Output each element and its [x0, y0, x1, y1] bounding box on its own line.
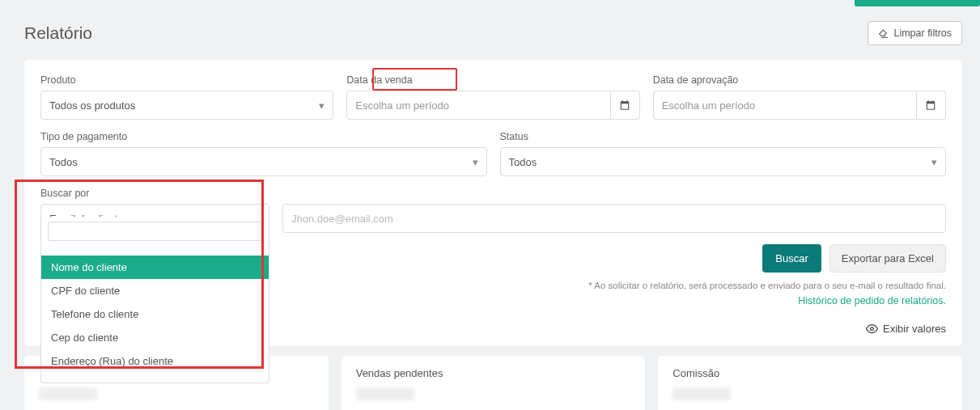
- svg-point-0: [871, 328, 874, 331]
- clear-filters-label: Limpar filtros: [893, 27, 952, 39]
- card-value-blurred: [356, 387, 414, 400]
- sale-date-calendar-button[interactable]: [611, 91, 640, 120]
- payment-type-select[interactable]: Todos ▾: [40, 147, 487, 176]
- product-value: Todos os produtos: [49, 99, 135, 112]
- status-select[interactable]: Todos ▾: [500, 147, 947, 176]
- card-title: Comissão: [672, 367, 948, 379]
- calendar-icon: [925, 99, 936, 111]
- chevron-down-icon: ▾: [931, 156, 937, 168]
- card-value-blurred: [39, 387, 97, 400]
- card-value-blurred: [672, 387, 731, 400]
- export-excel-button[interactable]: Exportar para Excel: [829, 244, 946, 273]
- product-select[interactable]: Todos os produtos ▾: [40, 91, 333, 120]
- search-by-dropdown: Nome do cliente CPF do cliente Telefone …: [40, 217, 269, 383]
- status-label: Status: [500, 131, 947, 142]
- summary-card-commission: Comissão: [658, 356, 962, 410]
- dropdown-search-input[interactable]: [48, 222, 262, 241]
- search-term-label: [282, 188, 946, 199]
- eye-icon: [866, 323, 878, 335]
- dropdown-option[interactable]: Nome do cliente: [41, 256, 269, 279]
- search-term-input[interactable]: Jhon.doe@email.com: [282, 204, 946, 233]
- calendar-icon: [619, 99, 630, 111]
- dropdown-option[interactable]: Telefone do cliente: [41, 302, 269, 326]
- clear-filters-button[interactable]: Limpar filtros: [868, 21, 962, 45]
- summary-card-pending: Vendas pendentes: [342, 356, 646, 410]
- dropdown-option[interactable]: Endereço (Rua) do cliente: [41, 349, 269, 373]
- sale-date-label: Data da venda: [346, 74, 639, 86]
- card-title: Vendas pendentes: [356, 367, 631, 379]
- show-values-label: Exibir valores: [883, 323, 946, 335]
- dropdown-option[interactable]: CPF do cliente: [41, 279, 269, 302]
- chevron-down-icon: ▾: [319, 99, 325, 112]
- search-button[interactable]: Buscar: [762, 244, 821, 273]
- status-value: Todos: [509, 156, 537, 168]
- product-label: Produto: [40, 74, 333, 86]
- top-accent-bar: [0, 0, 980, 6]
- page-title: Relatório: [24, 23, 92, 43]
- dropdown-option[interactable]: Cep do cliente: [41, 326, 269, 349]
- search-by-label: Buscar por: [40, 188, 269, 199]
- payment-type-label: Tipo de pagamento: [40, 131, 487, 142]
- approval-date-label: Data de aprovação: [653, 74, 946, 86]
- payment-type-value: Todos: [49, 156, 78, 168]
- dropdown-option-partial[interactable]: [41, 373, 269, 383]
- sale-date-input[interactable]: Escolha um período: [346, 91, 610, 120]
- approval-date-calendar-button[interactable]: [917, 91, 946, 120]
- eraser-icon: [878, 28, 889, 39]
- approval-date-input[interactable]: Escolha um período: [653, 91, 917, 120]
- filters-panel: Produto Todos os produtos ▾ Data da vend…: [24, 60, 962, 346]
- chevron-down-icon: ▾: [473, 156, 478, 168]
- dropdown-option-partial[interactable]: [41, 246, 269, 256]
